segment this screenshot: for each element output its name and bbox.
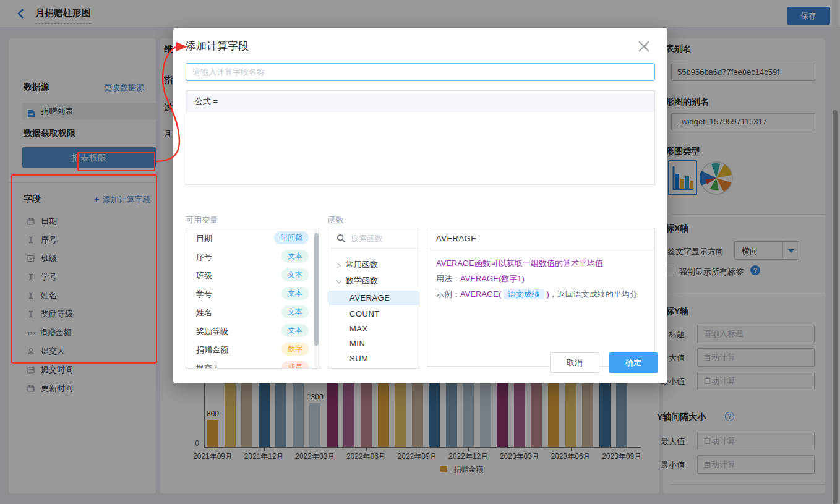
variable-row[interactable]: 奖励等级文本 <box>186 322 320 340</box>
function-item-min[interactable]: MIN <box>328 336 419 351</box>
add-calc-field-dialog: 添加计算字段 公式 = 可用变量 日期时间戳 序号文本 班级文本 学号文本 姓名… <box>173 28 667 383</box>
variable-row[interactable]: 姓名文本 <box>186 303 320 322</box>
variable-row[interactable]: 班级文本 <box>186 266 320 284</box>
type-badge: 数字 <box>281 343 309 356</box>
function-item-max[interactable]: MAX <box>328 322 419 336</box>
formula-label: 公式 = <box>186 91 654 112</box>
field-chip: 语文成绩 <box>504 289 544 299</box>
function-item-count[interactable]: COUNT <box>328 307 419 322</box>
function-search[interactable]: 搜索函数 <box>328 228 419 249</box>
variables-heading: 可用变量 <box>186 215 218 226</box>
variable-row[interactable]: 提交人成员 <box>186 359 320 369</box>
type-badge: 文本 <box>281 305 309 318</box>
variable-row[interactable]: 学号文本 <box>186 284 320 303</box>
cancel-button[interactable]: 取消 <box>550 352 599 373</box>
calc-field-name-input[interactable] <box>186 63 655 81</box>
scrollbar-thumb[interactable] <box>314 233 319 346</box>
doc-function-name: AVERAGE <box>427 228 654 249</box>
variable-row[interactable]: 序号文本 <box>186 247 320 266</box>
confirm-button[interactable]: 确定 <box>609 352 658 373</box>
variable-row[interactable]: 日期时间戳 <box>186 229 320 247</box>
variables-scrollbar[interactable] <box>314 229 319 368</box>
chevron-right-icon <box>336 261 341 267</box>
function-item-sum[interactable]: SUM <box>328 351 419 366</box>
formula-editor[interactable]: 公式 = <box>186 90 655 185</box>
functions-panel: 搜索函数 常用函数 数学函数 AVERAGE COUNT MAX MIN SUM <box>328 228 419 369</box>
tree-group-common[interactable]: 常用函数 <box>328 257 419 271</box>
search-icon <box>336 234 346 246</box>
function-doc-panel: AVERAGE AVERAGE函数可以获取一组数值的算术平均值 用法：AVERA… <box>427 228 655 367</box>
type-badge: 文本 <box>281 268 309 281</box>
type-badge: 时间戳 <box>274 231 309 244</box>
function-item-average[interactable]: AVERAGE <box>328 291 419 305</box>
type-badge: 文本 <box>281 324 309 337</box>
chevron-down-icon <box>336 277 341 283</box>
functions-heading: 函数 <box>328 215 344 226</box>
type-badge: 成员 <box>281 361 309 369</box>
variables-list: 日期时间戳 序号文本 班级文本 学号文本 姓名文本 奖励等级文本 捐赠金额数字 … <box>186 228 320 369</box>
type-badge: 文本 <box>281 250 309 263</box>
type-badge: 文本 <box>281 287 309 300</box>
tree-group-math[interactable]: 数学函数 <box>328 273 419 288</box>
doc-description: AVERAGE函数可以获取一组数值的算术平均值 用法：AVERAGE(数字1) … <box>436 255 646 302</box>
search-placeholder: 搜索函数 <box>351 233 383 244</box>
variable-row[interactable]: 捐赠金额数字 <box>186 340 320 359</box>
close-icon[interactable] <box>637 40 652 54</box>
dialog-title: 添加计算字段 <box>186 39 249 53</box>
